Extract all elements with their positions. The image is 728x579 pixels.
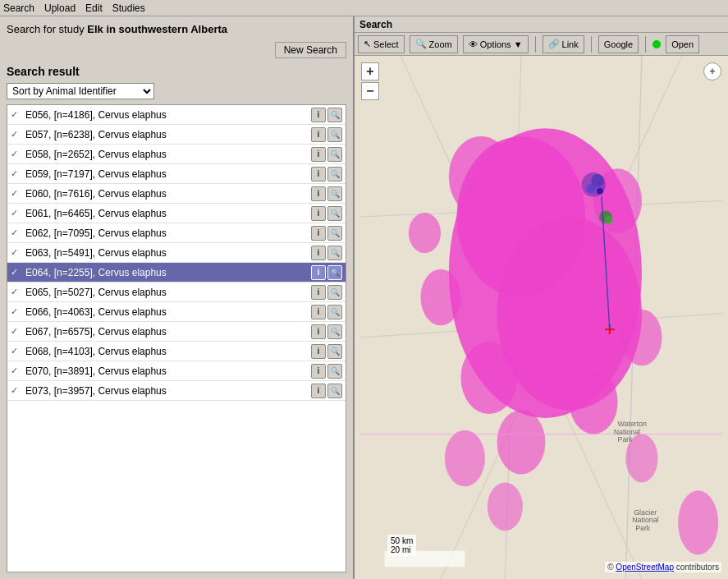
zoom-label: Zoom (429, 39, 452, 49)
scale-km: 50 km (391, 536, 413, 545)
menu-search[interactable]: Search (3, 2, 34, 14)
list-item[interactable]: ✓E060, [n=7616], Cervus elaphusi🔍 (7, 184, 346, 204)
search-button[interactable]: 🔍 (327, 127, 342, 142)
item-action-icons: i🔍 (311, 285, 342, 300)
checkmark-icon: ✓ (11, 247, 22, 258)
zoom-button[interactable]: 🔍 Zoom (410, 35, 458, 53)
study-prefix: Search for study (7, 23, 87, 35)
list-item[interactable]: ✓E073, [n=3957], Cervus elaphusi🔍 (7, 381, 346, 401)
info-button[interactable]: i (311, 285, 326, 300)
search-button[interactable]: 🔍 (327, 285, 342, 300)
svg-point-21 (409, 213, 441, 253)
search-button[interactable]: 🔍 (327, 344, 342, 359)
search-button[interactable]: 🔍 (327, 246, 342, 260)
study-name: Elk in southwestern Alberta (87, 23, 227, 35)
list-item[interactable]: ✓E063, [n=5491], Cervus elaphusi🔍 (7, 243, 346, 263)
search-button[interactable]: 🔍 (327, 384, 342, 398)
scale-mi: 20 mi (391, 545, 413, 554)
list-item[interactable]: ✓E068, [n=4103], Cervus elaphusi🔍 (7, 342, 346, 361)
info-button[interactable]: i (311, 305, 326, 319)
item-action-icons: i🔍 (311, 246, 342, 260)
zoom-in-button[interactable]: + (361, 62, 379, 80)
list-item[interactable]: ✓E058, [n=2652], Cervus elaphusi🔍 (7, 145, 346, 164)
list-item[interactable]: ✓E065, [n=5027], Cervus elaphusi🔍 (7, 283, 346, 302)
svg-point-13 (570, 370, 618, 434)
open-button[interactable]: Open (666, 35, 699, 53)
study-title: Search for study Elk in southwestern Alb… (7, 23, 346, 35)
item-action-icons: i🔍 (311, 167, 342, 182)
list-item[interactable]: ✓E070, [n=3891], Cervus elaphusi🔍 (7, 361, 346, 381)
search-button[interactable]: 🔍 (327, 206, 342, 221)
select-label: Select (373, 39, 399, 49)
info-button[interactable]: i (311, 324, 326, 339)
info-button[interactable]: i (311, 226, 326, 241)
animal-list: ✓E056, [n=4186], Cervus elaphusi🔍✓E057, … (7, 104, 346, 572)
list-item[interactable]: ✓E064, [n=2255], Cervus elaphusi🔍 (7, 263, 346, 283)
link-label: Link (562, 39, 579, 49)
item-action-icons: i🔍 (311, 108, 342, 122)
sort-select[interactable]: Sort by Animal Identifier (7, 83, 154, 99)
search-button[interactable]: 🔍 (327, 108, 342, 122)
item-action-icons: i🔍 (311, 305, 342, 319)
eye-icon: 👁 (469, 39, 478, 49)
animal-label: E073, [n=3957], Cervus elaphus (25, 385, 311, 397)
checkmark-icon: ✓ (11, 306, 22, 317)
list-item[interactable]: ✓E057, [n=6238], Cervus elaphusi🔍 (7, 125, 346, 145)
checkmark-icon: ✓ (11, 168, 22, 179)
search-button[interactable]: 🔍 (327, 265, 342, 280)
select-button[interactable]: ↖ Select (358, 35, 405, 53)
menu-upload[interactable]: Upload (44, 2, 76, 14)
svg-point-15 (622, 310, 662, 366)
animal-label: E066, [n=4063], Cervus elaphus (25, 306, 311, 318)
list-item[interactable]: ✓E059, [n=7197], Cervus elaphusi🔍 (7, 164, 346, 184)
info-button[interactable]: i (311, 344, 326, 359)
map-area[interactable]: Waterton National Park Glacier National … (355, 56, 728, 579)
search-button[interactable]: 🔍 (327, 147, 342, 162)
google-button[interactable]: Google (598, 35, 639, 53)
menu-studies[interactable]: Studies (112, 2, 145, 14)
info-button[interactable]: i (311, 206, 326, 221)
item-action-icons: i🔍 (311, 384, 342, 398)
info-button[interactable]: i (311, 246, 326, 260)
search-button[interactable]: 🔍 (327, 324, 342, 339)
info-button[interactable]: i (311, 127, 326, 142)
options-button[interactable]: 👁 Options ▼ (463, 35, 529, 53)
options-label: Options (480, 39, 511, 49)
animal-label: E060, [n=7616], Cervus elaphus (25, 188, 311, 200)
svg-text:National: National (632, 516, 658, 524)
checkmark-icon: ✓ (11, 365, 22, 376)
menu-edit[interactable]: Edit (85, 2, 103, 14)
zoom-out-button[interactable]: − (361, 82, 379, 100)
checkmark-icon: ✓ (11, 149, 22, 159)
right-panel: Search ↖ Select 🔍 Zoom 👁 Options ▼ 🔗 Lin… (353, 16, 728, 579)
search-result-header: Search result (7, 65, 346, 78)
info-button[interactable]: i (311, 147, 326, 162)
info-button[interactable]: i (311, 186, 326, 201)
new-search-button[interactable]: New Search (275, 42, 346, 58)
search-button[interactable]: 🔍 (327, 364, 342, 379)
list-item[interactable]: ✓E061, [n=6465], Cervus elaphusi🔍 (7, 204, 346, 223)
link-button[interactable]: 🔗 Link (543, 35, 584, 53)
separator-1 (535, 36, 536, 53)
info-button[interactable]: i (311, 167, 326, 182)
expand-button[interactable]: + (703, 62, 721, 80)
list-item[interactable]: ✓E066, [n=4063], Cervus elaphusi🔍 (7, 302, 346, 322)
list-item[interactable]: ✓E056, [n=4186], Cervus elaphusi🔍 (7, 105, 346, 125)
info-button[interactable]: i (311, 384, 326, 398)
list-item[interactable]: ✓E067, [n=6575], Cervus elaphusi🔍 (7, 322, 346, 342)
info-button[interactable]: i (311, 364, 326, 379)
info-button[interactable]: i (311, 108, 326, 122)
search-button[interactable]: 🔍 (327, 167, 342, 182)
search-button[interactable]: 🔍 (327, 305, 342, 319)
list-item[interactable]: ✓E062, [n=7095], Cervus elaphusi🔍 (7, 223, 346, 243)
attribution-text: contributors (676, 563, 719, 572)
map-header: Search (355, 16, 728, 33)
svg-text:Waterton: Waterton (618, 420, 648, 428)
search-button[interactable]: 🔍 (327, 186, 342, 201)
osm-link[interactable]: OpenStreetMap (616, 563, 674, 572)
info-button[interactable]: i (311, 265, 326, 280)
animal-label: E062, [n=7095], Cervus elaphus (25, 227, 311, 239)
svg-point-16 (497, 410, 546, 474)
svg-point-17 (445, 430, 485, 487)
search-button[interactable]: 🔍 (327, 226, 342, 241)
